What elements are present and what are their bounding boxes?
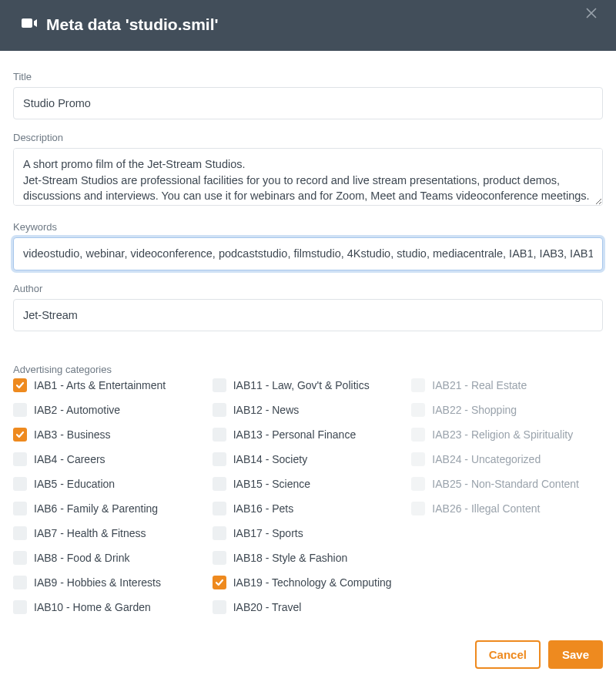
cancel-button[interactable]: Cancel [475, 640, 541, 669]
category-label: IAB23 - Religion & Spirituality [432, 428, 573, 441]
category-item[interactable]: IAB17 - Sports [213, 526, 404, 540]
field-title: Title [13, 71, 603, 119]
field-description: Description [13, 132, 603, 209]
category-label: IAB18 - Style & Fashion [233, 552, 348, 564]
modal-header: Meta data 'studio.smil' [0, 0, 616, 51]
category-checkbox[interactable] [13, 576, 27, 589]
category-label: IAB15 - Science [233, 478, 310, 490]
category-label: IAB9 - Hobbies & Interests [34, 576, 161, 589]
category-checkbox[interactable] [13, 551, 27, 565]
category-item[interactable]: IAB14 - Society [213, 452, 404, 466]
category-label: IAB17 - Sports [233, 527, 303, 539]
modal-body: Title Description Keywords Author Advert… [0, 51, 616, 630]
category-checkbox[interactable] [13, 477, 27, 491]
categories-section-label: Advertising categories [13, 364, 603, 375]
category-item[interactable]: IAB3 - Business [13, 428, 205, 442]
category-label: IAB14 - Society [233, 453, 308, 465]
category-checkbox[interactable] [13, 600, 27, 614]
modal-footer: Cancel Save [0, 630, 616, 685]
category-label: IAB7 - Health & Fitness [34, 527, 146, 539]
category-checkbox [411, 477, 425, 491]
category-label: IAB22 - Shopping [432, 404, 517, 416]
title-input[interactable] [13, 87, 603, 119]
category-checkbox [411, 452, 425, 466]
category-checkbox[interactable] [13, 526, 27, 540]
category-item[interactable]: IAB13 - Personal Finance [213, 428, 404, 442]
dialog-title: Meta data 'studio.smil' [46, 15, 219, 34]
categories-grid: IAB1 - Arts & EntertainmentIAB2 - Automo… [13, 378, 603, 614]
category-item[interactable]: IAB7 - Health & Fitness [13, 526, 205, 540]
category-label: IAB5 - Education [34, 478, 115, 490]
category-label: IAB24 - Uncategorized [432, 453, 541, 465]
category-label: IAB2 - Automotive [34, 404, 120, 416]
category-label: IAB12 - News [233, 404, 300, 416]
category-item[interactable]: IAB10 - Home & Garden [13, 600, 205, 614]
category-item[interactable]: IAB5 - Education [13, 477, 205, 491]
category-item[interactable]: IAB2 - Automotive [13, 403, 205, 417]
category-item[interactable]: IAB15 - Science [213, 477, 404, 491]
category-item[interactable]: IAB6 - Family & Parenting [13, 502, 205, 515]
category-item[interactable]: IAB11 - Law, Gov't & Politics [213, 378, 404, 392]
category-label: IAB6 - Family & Parenting [34, 502, 158, 515]
description-input[interactable] [13, 148, 603, 206]
category-item[interactable]: IAB1 - Arts & Entertainment [13, 378, 205, 392]
category-item: IAB25 - Non-Standard Content [411, 477, 603, 491]
category-item[interactable]: IAB19 - Technology & Computing [213, 576, 404, 589]
description-label: Description [13, 132, 603, 143]
category-label: IAB26 - Illegal Content [432, 502, 540, 515]
category-checkbox[interactable] [13, 378, 27, 392]
category-label: IAB1 - Arts & Entertainment [34, 379, 166, 391]
category-item: IAB24 - Uncategorized [411, 452, 603, 466]
category-checkbox [411, 502, 425, 515]
category-checkbox[interactable] [213, 502, 226, 515]
category-checkbox[interactable] [213, 477, 226, 491]
category-label: IAB19 - Technology & Computing [233, 576, 392, 589]
field-author: Author [13, 283, 603, 331]
category-label: IAB21 - Real Estate [432, 379, 527, 391]
category-checkbox[interactable] [213, 526, 226, 540]
category-checkbox[interactable] [213, 576, 226, 589]
category-checkbox[interactable] [213, 378, 226, 392]
author-input[interactable] [13, 299, 603, 331]
category-item[interactable]: IAB18 - Style & Fashion [213, 551, 404, 565]
category-checkbox[interactable] [13, 403, 27, 417]
category-checkbox[interactable] [13, 428, 27, 442]
category-item: IAB22 - Shopping [411, 403, 603, 417]
category-item[interactable]: IAB12 - News [213, 403, 404, 417]
keywords-label: Keywords [13, 221, 603, 233]
category-checkbox[interactable] [13, 452, 27, 466]
category-label: IAB20 - Travel [233, 601, 302, 613]
category-label: IAB8 - Food & Drink [34, 552, 130, 564]
category-checkbox [411, 403, 425, 417]
field-keywords: Keywords [13, 221, 603, 270]
category-item: IAB26 - Illegal Content [411, 502, 603, 515]
category-checkbox [411, 378, 425, 392]
category-checkbox [411, 428, 425, 442]
category-checkbox[interactable] [213, 428, 226, 442]
keywords-input[interactable] [13, 237, 603, 270]
category-label: IAB10 - Home & Garden [34, 601, 151, 613]
category-checkbox[interactable] [13, 502, 27, 515]
category-item[interactable]: IAB20 - Travel [213, 600, 404, 614]
category-checkbox[interactable] [213, 600, 226, 614]
category-label: IAB4 - Careers [34, 453, 105, 465]
video-camera-icon [20, 14, 38, 35]
category-item[interactable]: IAB16 - Pets [213, 502, 404, 515]
category-item[interactable]: IAB8 - Food & Drink [13, 551, 205, 565]
close-icon[interactable] [585, 7, 601, 35]
title-label: Title [13, 71, 603, 82]
category-label: IAB25 - Non-Standard Content [432, 478, 579, 490]
category-checkbox[interactable] [213, 403, 226, 417]
category-label: IAB13 - Personal Finance [233, 428, 357, 441]
category-item[interactable]: IAB9 - Hobbies & Interests [13, 576, 205, 589]
category-label: IAB11 - Law, Gov't & Politics [233, 379, 370, 391]
category-item: IAB23 - Religion & Spirituality [411, 428, 603, 442]
category-item: IAB21 - Real Estate [411, 378, 603, 392]
save-button[interactable]: Save [548, 640, 603, 669]
category-checkbox[interactable] [213, 551, 226, 565]
category-label: IAB16 - Pets [233, 502, 294, 515]
category-item[interactable]: IAB4 - Careers [13, 452, 205, 466]
category-checkbox[interactable] [213, 452, 226, 466]
category-label: IAB3 - Business [34, 428, 111, 441]
author-label: Author [13, 283, 603, 294]
